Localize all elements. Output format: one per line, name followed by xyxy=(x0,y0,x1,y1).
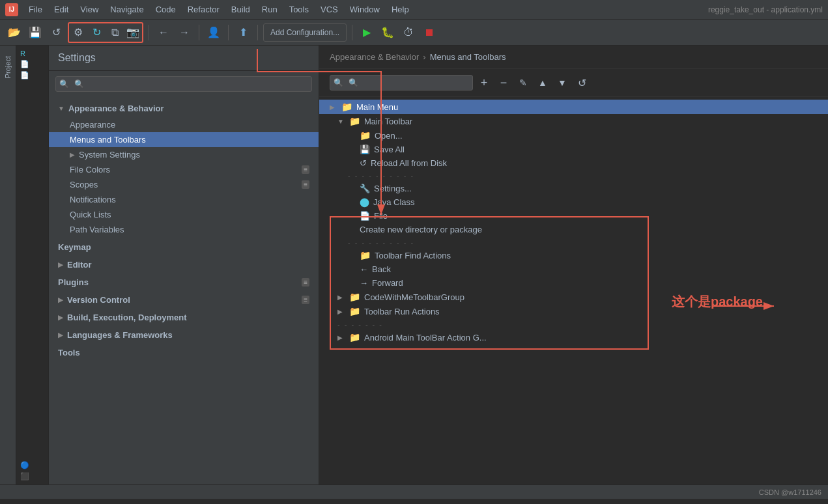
tree-file-colors[interactable]: File Colors ≡ xyxy=(49,162,319,177)
right-search-icon: 🔍 xyxy=(334,78,343,87)
menu-code[interactable]: Code xyxy=(150,3,181,16)
folder-find-icon: 📁 xyxy=(360,250,371,260)
right-tree-java-class[interactable]: ⬤ Java Class xyxy=(319,195,828,209)
debug-button[interactable]: 🐛 xyxy=(378,23,397,42)
toolbar-save[interactable]: 💾 xyxy=(26,23,44,42)
toolbar-camera[interactable]: 📷 xyxy=(124,23,142,42)
menu-run[interactable]: Run xyxy=(257,3,283,16)
add-button[interactable]: + xyxy=(476,74,493,91)
arrow-right-atb-icon: ▶ xyxy=(337,334,345,341)
arrow-right-icon: ▶ xyxy=(70,151,75,158)
terminal-icon: ⬛ xyxy=(19,471,46,482)
folder-atb-icon: 📁 xyxy=(349,332,360,343)
keymap-label: Keymap xyxy=(58,242,91,252)
right-tree-reload[interactable]: ↺ Reload All from Disk xyxy=(319,156,828,170)
tree-plugins[interactable]: Plugins ≡ xyxy=(49,273,319,291)
toolbar-refresh[interactable]: ↻ xyxy=(87,23,106,42)
right-tree-codewithme[interactable]: ▶ 📁 CodeWithMeToolbarGroup xyxy=(319,290,828,304)
settings-right-panel: Appearance & Behavior › Menus and Toolba… xyxy=(319,46,828,484)
tree-editor[interactable]: ▶ Editor xyxy=(49,256,319,273)
run-button[interactable]: ▶ xyxy=(358,23,376,42)
edit-button[interactable]: ✎ xyxy=(515,74,532,91)
toolbar-open[interactable]: 📂 xyxy=(5,23,23,42)
tree-appearance[interactable]: Appearance xyxy=(49,117,319,132)
save-all-label: Save All xyxy=(374,145,405,154)
menu-view[interactable]: View xyxy=(75,3,104,16)
project-tab[interactable]: Project xyxy=(1,51,14,83)
tree-scopes[interactable]: Scopes ≡ xyxy=(49,177,319,192)
right-tree-create-new[interactable]: Create new directory or package xyxy=(319,223,828,236)
scopes-label: Scopes xyxy=(70,180,98,189)
menu-window[interactable]: Window xyxy=(345,3,385,16)
settings-search-input[interactable] xyxy=(55,76,312,92)
profile-button[interactable]: ⏱ xyxy=(399,23,418,42)
right-tree-forward[interactable]: → Forward xyxy=(319,276,828,290)
toolbar-back[interactable]: ← xyxy=(154,23,173,42)
tree-tools[interactable]: Tools xyxy=(49,344,319,361)
tree-path-variables[interactable]: Path Variables xyxy=(49,222,319,237)
tree-quick-lists[interactable]: Quick Lists xyxy=(49,207,319,222)
right-search-input[interactable] xyxy=(330,75,473,91)
toolbar-profile[interactable]: 👤 xyxy=(205,23,223,42)
menu-vcs[interactable]: VCS xyxy=(315,3,343,16)
tree-system-settings[interactable]: ▶ System Settings xyxy=(49,147,319,162)
toolbar-git[interactable]: ⬆ xyxy=(234,23,252,42)
menu-refactor[interactable]: Refactor xyxy=(182,3,225,16)
tree-menus-toolbars[interactable]: Menus and Toolbars xyxy=(49,132,319,147)
main-menu-label: Main Menu xyxy=(356,102,398,112)
right-tree-android-toolbar[interactable]: ▶ 📁 Android Main ToolBar Action G... xyxy=(319,330,828,344)
right-tree-file[interactable]: 📄 File xyxy=(319,209,828,223)
tree-version-control[interactable]: ▶ Version Control ≡ xyxy=(49,291,319,309)
forward-arrow-icon: → xyxy=(360,278,368,288)
right-tree-main-toolbar[interactable]: ▼ 📁 Main Toolbar xyxy=(319,114,828,128)
stop-button[interactable]: ⏹ xyxy=(420,23,438,42)
menu-build[interactable]: Build xyxy=(226,3,255,16)
menu-file[interactable]: File xyxy=(23,3,48,16)
tree-notifications[interactable]: Notifications xyxy=(49,192,319,207)
window-title: reggie_take_out - application.yml xyxy=(708,5,823,14)
tree-build-execution[interactable]: ▶ Build, Execution, Deployment xyxy=(49,309,319,326)
wrench-icon: 🔧 xyxy=(360,184,370,193)
menu-tools[interactable]: Tools xyxy=(284,3,314,16)
tree-keymap[interactable]: Keymap xyxy=(49,237,319,256)
separator-dots-1: - - - - - - - - - - xyxy=(348,172,414,180)
file-item2[interactable]: 📄 xyxy=(19,70,46,81)
right-tree-toolbar-find[interactable]: 📁 Toolbar Find Actions xyxy=(319,248,828,262)
toolbar-run-label: Toolbar Run Actions xyxy=(364,307,440,316)
reset-button[interactable]: ↺ xyxy=(573,74,590,91)
java-class-icon: ⬤ xyxy=(360,197,369,207)
toolbar-forward[interactable]: → xyxy=(175,23,193,42)
project-sidebar: Project xyxy=(0,46,16,484)
right-tree-open[interactable]: 📁 Open... xyxy=(319,128,828,143)
file-item[interactable]: 📄 xyxy=(19,59,46,70)
tree-languages[interactable]: ▶ Languages & Frameworks xyxy=(49,326,319,344)
remove-button[interactable]: − xyxy=(495,74,512,91)
toolbar-copy[interactable]: ⧉ xyxy=(106,23,124,42)
arrow-right-tra-icon: ▶ xyxy=(337,308,345,315)
menu-navigate[interactable]: Navigate xyxy=(105,3,149,16)
right-tree-back[interactable]: ← Back xyxy=(319,262,828,276)
arrow-down-mt-icon: ▼ xyxy=(337,118,345,125)
tree-appearance-behavior-header[interactable]: ▼ Appearance & Behavior xyxy=(49,100,319,117)
file-doc-icon: 📄 xyxy=(360,211,370,221)
scopes-tag: ≡ xyxy=(302,180,309,189)
move-up-button[interactable]: ▲ xyxy=(534,74,551,91)
languages-label: Languages & Frameworks xyxy=(67,330,173,340)
right-tree-toolbar-run[interactable]: ▶ 📁 Toolbar Run Actions xyxy=(319,304,828,318)
menu-bar: IJ File Edit View Navigate Code Refactor… xyxy=(0,0,828,20)
plugins-tag: ≡ xyxy=(302,278,309,287)
move-down-button[interactable]: ▼ xyxy=(554,74,571,91)
right-tree-main-menu[interactable]: ▶ 📁 Main Menu xyxy=(319,100,828,114)
separator-dots-3: - - - - - - - xyxy=(337,320,383,328)
toolbar-settings[interactable]: ⚙ xyxy=(69,23,87,42)
file-tab[interactable]: R xyxy=(19,48,46,59)
menu-help[interactable]: Help xyxy=(386,3,414,16)
right-tree-settings[interactable]: 🔧 Settings... xyxy=(319,182,828,195)
settings-tree: ▼ Appearance & Behavior Appearance Menus… xyxy=(49,97,319,484)
add-configuration-button[interactable]: Add Configuration... xyxy=(263,23,347,42)
toolbar-sync[interactable]: ↺ xyxy=(47,23,65,42)
toolbar-separator-3 xyxy=(228,25,229,40)
toolbar-separator-2 xyxy=(199,25,199,40)
menu-edit[interactable]: Edit xyxy=(49,3,74,16)
right-tree-save-all[interactable]: 💾 Save All xyxy=(319,143,828,156)
